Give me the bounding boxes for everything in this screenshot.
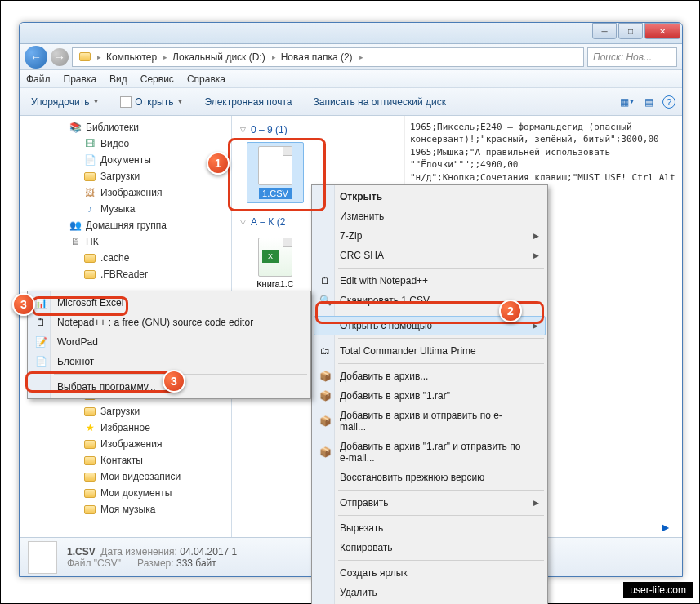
folder-icon (83, 454, 96, 467)
video-icon: 🎞 (83, 137, 96, 150)
email-button[interactable]: Электронная почта (199, 93, 296, 111)
tree-item[interactable]: Мои документы (20, 485, 231, 501)
music-icon: ♪ (83, 202, 96, 215)
context-menu-item[interactable]: Вырезать (314, 518, 546, 538)
rar-icon: 📦 (319, 446, 332, 459)
tree-item[interactable]: 📄Документы (20, 152, 231, 168)
tree-item[interactable]: 📚Библиотеки (20, 119, 231, 135)
path-segment[interactable]: Компьютер (103, 50, 162, 64)
context-menu-item[interactable]: Удалить (314, 583, 546, 602)
preview-pane-icon[interactable]: ▤ (641, 95, 656, 109)
context-menu-item[interactable]: Отправить▶ (314, 493, 546, 513)
tree-item[interactable]: 🖼Изображения (20, 184, 231, 201)
tree-item[interactable]: .cache (20, 250, 231, 266)
tree-item[interactable]: 🎞Видео (20, 135, 231, 152)
menu-file[interactable]: Файл (26, 73, 51, 85)
annotation-marker: 3 (163, 370, 185, 393)
doc-icon: 📄 (83, 153, 96, 167)
context-menu-item[interactable]: Копировать (314, 538, 546, 557)
tree-item[interactable]: 👥Домашняя группа (20, 217, 231, 233)
organize-button[interactable]: Упорядочить▼ (26, 93, 104, 111)
view-icon[interactable]: ▦ ▼ (620, 95, 635, 109)
menu-tools[interactable]: Сервис (140, 73, 174, 85)
burn-button[interactable]: Записать на оптический диск (309, 93, 452, 111)
tree-item[interactable]: Мои видеозаписи (20, 469, 231, 485)
context-menu-item[interactable]: 📦Добавить в архив... (314, 366, 546, 386)
library-icon: 📚 (69, 121, 82, 134)
folder-icon (83, 405, 96, 418)
file-label: 1.CSV (259, 188, 292, 199)
toolbar: Упорядочить▼ Открыть▼ Электронная почта … (20, 88, 682, 116)
context-menu-item[interactable]: 📄Блокнот (29, 352, 309, 371)
annotation-marker: 3 (12, 293, 35, 316)
status-filename: 1.CSV (67, 546, 96, 557)
breadcrumb[interactable]: ▸ Компьютер ▸ Локальный диск (D:) ▸ Нова… (72, 47, 584, 67)
file-item-selected[interactable]: 1.CSV (247, 142, 304, 203)
folder-icon (83, 437, 96, 451)
excel-file-icon: X (258, 238, 292, 277)
scan-icon: 🔍 (319, 294, 332, 307)
context-menu: ОткрытьИзменить7-Zip▶CRC SHA▶🗒Edit with … (311, 184, 548, 604)
tc-icon: 🗂 (319, 344, 332, 358)
npp-icon: 🗒 (319, 274, 332, 287)
back-button[interactable]: ← (25, 46, 47, 69)
tree-item[interactable]: .FBReader (20, 266, 231, 282)
tree-item[interactable]: ♪Музыка (20, 201, 231, 217)
tree-item[interactable]: 🖥ПК (20, 233, 231, 250)
context-menu-item[interactable]: 📦Добавить в архив "1.rar" (314, 386, 546, 406)
npp-icon: 🗒 (34, 316, 47, 329)
folder-icon (83, 268, 96, 281)
context-menu-item[interactable]: 📦Добавить в архив и отправить по e-mail.… (314, 406, 546, 437)
context-menu-item[interactable]: 📦Добавить в архив "1.rar" и отправить по… (314, 437, 546, 468)
context-menu-item[interactable]: Создать ярлык (314, 563, 546, 583)
maximize-button[interactable]: □ (618, 23, 643, 39)
menu-view[interactable]: Вид (109, 73, 127, 85)
context-menu-item[interactable]: 7-Zip▶ (314, 226, 546, 246)
path-segment[interactable]: Новая папка (2) (278, 50, 358, 64)
close-button[interactable]: ✕ (644, 23, 680, 39)
menu-help[interactable]: Справка (187, 73, 225, 85)
folder-icon (83, 486, 96, 500)
context-menu-item[interactable]: Изменить (314, 207, 546, 226)
forward-button[interactable]: → (51, 48, 69, 66)
context-menu-item[interactable]: 🗒Notepad++ : a free (GNU) source code ed… (29, 313, 309, 332)
rar-icon: 📦 (319, 370, 332, 383)
watermark: user-life.com (623, 582, 693, 598)
context-menu-item[interactable]: Восстановить прежнюю версию (314, 468, 546, 487)
file-item[interactable]: X Книга1.С (247, 234, 304, 292)
menu-edit[interactable]: Правка (64, 73, 97, 85)
titlebar: ─ □ ✕ (20, 23, 682, 44)
menu-bar: Файл Правка Вид Сервис Справка (20, 70, 682, 88)
context-menu-item[interactable]: 🗒Edit with Notepad++ (314, 271, 546, 291)
minimize-button[interactable]: ─ (592, 23, 617, 39)
context-menu-item[interactable]: 🗂Total Commander Ultima Prime (314, 341, 546, 361)
tree-item[interactable]: Изображения (20, 436, 231, 452)
pc-icon: 🖥 (69, 235, 82, 248)
file-label: Книга1.С (256, 279, 294, 289)
tree-item[interactable]: Контакты (20, 452, 231, 469)
search-input[interactable]: Поиск: Нов... (587, 47, 677, 67)
help-icon[interactable]: ? (662, 95, 675, 109)
context-menu-item[interactable]: CRC SHA▶ (314, 246, 546, 265)
address-bar: ← → ▸ Компьютер ▸ Локальный диск (D:) ▸ … (20, 44, 682, 70)
wordpad-icon: 📝 (34, 335, 47, 349)
open-button[interactable]: Открыть▼ (115, 93, 188, 111)
file-icon (258, 146, 292, 185)
context-menu-item[interactable]: 📊Microsoft Excel (29, 293, 309, 313)
tree-item[interactable]: Моя музыка (20, 501, 231, 517)
context-menu-item[interactable]: Открыть (314, 187, 546, 207)
tree-item[interactable]: Загрузки (20, 403, 231, 420)
context-menu-item[interactable]: 📝WordPad (29, 332, 309, 352)
status-thumbnail (28, 541, 57, 574)
status-filetype: Файл "CSV" (67, 557, 121, 569)
folder-icon (83, 470, 96, 483)
tree-item[interactable]: Загрузки (20, 168, 231, 184)
path-segment[interactable]: Локальный диск (D:) (169, 50, 270, 64)
image-icon: 🖼 (83, 186, 96, 199)
rar-icon: 📦 (319, 389, 332, 402)
homegroup-icon: 👥 (69, 219, 82, 232)
annotation-marker: 1 (207, 152, 230, 175)
folder-icon (83, 170, 96, 183)
folder-icon (83, 503, 96, 516)
tree-item[interactable]: ★Избранное (20, 420, 231, 436)
